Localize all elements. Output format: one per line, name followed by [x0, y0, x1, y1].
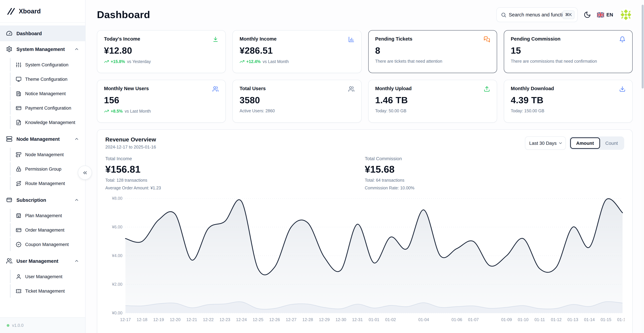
svg-text:12-28: 12-28	[302, 317, 313, 322]
sidebar-group-user-management[interactable]: User Management	[0, 253, 85, 269]
sidebar-item-payment-configuration[interactable]: Payment Configuration	[10, 101, 85, 115]
sidebar-item-label: Order Management	[25, 227, 64, 232]
search-input[interactable]: Search menus and functions... ⌘K	[496, 7, 578, 22]
svg-text:12-24: 12-24	[236, 317, 247, 322]
server-bolt-icon	[16, 152, 22, 157]
trend-badge: +15.8%	[104, 59, 125, 64]
card-value: 8	[375, 45, 490, 56]
version-label: v1.0.0	[12, 323, 24, 328]
sidebar-item-notice-management[interactable]: Notice Management	[10, 87, 85, 100]
sidebar-group-subscription[interactable]: Subscription	[0, 192, 85, 208]
sidebar-item-ticket-management[interactable]: Ticket Management	[10, 284, 85, 298]
sidebar-item-label: User Management	[25, 274, 62, 279]
dark-mode-toggle[interactable]	[584, 11, 591, 18]
sidebar-subgroup: Plan Management Order Management Coupon …	[0, 209, 85, 251]
chevron-up-icon	[74, 46, 79, 52]
avatar[interactable]	[619, 8, 632, 21]
sidebar-item-plan-management[interactable]: Plan Management	[10, 209, 85, 222]
svg-text:12-20: 12-20	[170, 317, 180, 322]
stat-line: Average Order Amount: ¥1.23	[105, 186, 365, 190]
card-label: Monthly Download	[511, 86, 554, 91]
card-value: 1.46 TB	[375, 95, 490, 106]
sidebar-item-route-management[interactable]: Route Management	[10, 177, 85, 190]
sidebar-item-dashboard[interactable]: Dashboard	[0, 25, 85, 41]
stat-line: Commission Rate: 10.00%	[365, 186, 624, 190]
sidebar-item-label: Plan Management	[25, 213, 62, 218]
svg-text:12-26: 12-26	[269, 317, 280, 322]
amount-count-toggle: Amount Count	[569, 136, 624, 150]
stat-line: Total: 128 transactions	[105, 178, 365, 183]
svg-text:12-18: 12-18	[137, 317, 148, 322]
sidebar-item-label: Knowledge Management	[25, 120, 75, 125]
sidebar-item-coupon-management[interactable]: Coupon Management	[10, 238, 85, 251]
card-value: 3580	[240, 95, 354, 106]
revenue-date-range: 2024-12-17 to 2025-01-16	[105, 144, 156, 149]
wallet-icon	[6, 197, 12, 203]
sidebar-item-permission-group[interactable]: Permission Group	[10, 162, 85, 176]
card-label: Today's Income	[104, 36, 140, 41]
count-tab[interactable]: Count	[600, 137, 623, 149]
sidebar-group-system-management[interactable]: System Management	[0, 41, 85, 57]
page-header: Dashboard Search menus and functions... …	[86, 0, 644, 28]
card-monthly-download[interactable]: Monthly Download 4.39 TB Today: 150.00 G…	[504, 80, 633, 123]
store-icon	[16, 213, 22, 218]
sliders-icon	[16, 62, 22, 67]
sidebar-item-system-configuration[interactable]: System Configuration	[10, 58, 85, 71]
svg-text:01-01: 01-01	[368, 317, 379, 322]
card-pending-commission[interactable]: Pending Commission 15 There are commissi…	[504, 30, 633, 73]
language-selector[interactable]: EN	[597, 12, 613, 17]
svg-text:¥0.00: ¥0.00	[112, 311, 122, 315]
route-icon	[16, 181, 22, 186]
version-footer: v1.0.0	[0, 318, 85, 333]
card-monthly-income[interactable]: Monthly Income ¥286.51 +12.4% vs Last Mo…	[232, 30, 362, 73]
sidebar-item-order-management[interactable]: Order Management	[10, 223, 85, 237]
scrollbar-thumb[interactable]	[642, 5, 644, 88]
card-pending-tickets[interactable]: Pending Tickets 8 There are tickets that…	[368, 30, 497, 73]
download-icon	[212, 36, 219, 42]
sidebar-group-label: Node Management	[16, 136, 70, 142]
badge-check-icon	[16, 242, 22, 247]
sidebar-item-user-management[interactable]: User Management	[10, 270, 85, 283]
card-total-users[interactable]: Total Users 3580 Active Users: 2860	[232, 80, 362, 123]
trend-note: vs Last Month	[263, 59, 289, 64]
card-monthly-new-users[interactable]: Monthly New Users 156 +8.5% vs Last Mont…	[97, 80, 226, 123]
sidebar-item-label: Node Management	[25, 152, 64, 157]
svg-text:12-23: 12-23	[220, 317, 230, 322]
revenue-chart-svg: ¥0.00¥2.00¥4.00¥6.00¥8.0012-1712-1812-19…	[105, 194, 624, 325]
svg-text:01-02: 01-02	[385, 317, 396, 322]
sidebar-item-label: Theme Configuration	[25, 77, 68, 82]
amount-tab[interactable]: Amount	[570, 137, 600, 149]
vertical-scrollbar[interactable]	[641, 0, 644, 333]
card-monthly-upload[interactable]: Monthly Upload 1.46 TB Today: 50.00 GB	[368, 80, 497, 123]
svg-text:12-27: 12-27	[286, 317, 296, 322]
sidebar-subgroup: System Configuration Theme Configuration…	[0, 58, 85, 129]
server-icon	[6, 136, 12, 142]
sidebar-item-node-management[interactable]: Node Management	[10, 148, 85, 161]
svg-text:¥6.00: ¥6.00	[112, 225, 122, 229]
trending-up-icon	[240, 59, 245, 64]
card-value: 15	[511, 45, 626, 56]
period-select[interactable]: Last 30 Days	[525, 136, 566, 150]
sidebar-group-node-management[interactable]: Node Management	[0, 131, 85, 147]
sidebar-collapse-button[interactable]	[78, 166, 92, 180]
sidebar-item-label: System Configuration	[25, 62, 68, 67]
card-value: 156	[104, 95, 219, 106]
trend-badge: +8.5%	[104, 109, 123, 114]
period-select-value: Last 30 Days	[529, 140, 556, 146]
sidebar-menu: Dashboard System Management System Confi…	[0, 23, 85, 318]
svg-text:12-31: 12-31	[352, 317, 363, 322]
sidebar-item-knowledge-management[interactable]: Knowledge Management	[10, 116, 85, 129]
svg-text:01-06: 01-06	[452, 317, 462, 322]
bar-chart-icon	[348, 36, 354, 42]
chevron-up-icon	[74, 258, 79, 264]
sidebar-item-label: Notice Management	[25, 91, 66, 96]
card-note: Today: 150.00 GB	[511, 109, 544, 113]
sidebar-item-theme-configuration[interactable]: Theme Configuration	[10, 72, 85, 86]
card-note: There are tickets that need attention	[375, 59, 442, 64]
card-todays-income[interactable]: Today's Income ¥12.80 +15.8% vs Yesterda…	[97, 30, 226, 73]
sidebar-group-label: User Management	[16, 258, 70, 264]
chevrons-left-icon	[82, 170, 88, 175]
sidebar-subgroup: Node Management Permission Group Route M…	[0, 148, 85, 190]
sidebar-item-label: Payment Configuration	[25, 105, 71, 110]
search-icon	[501, 12, 506, 17]
